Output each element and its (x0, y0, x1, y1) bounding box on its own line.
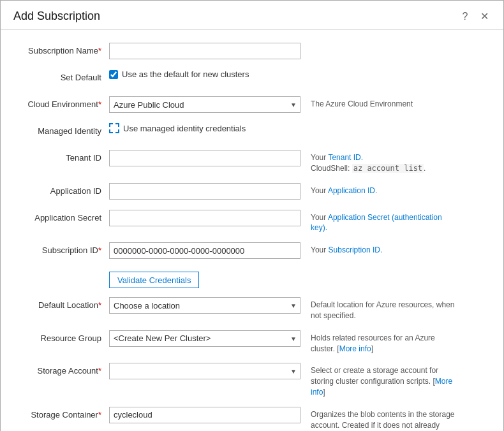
validate-credentials-spacer (20, 269, 109, 272)
tenant-id-help: Your Tenant ID. CloudShell: az account l… (311, 150, 426, 174)
tenant-id-control (109, 150, 300, 166)
cloud-environment-select-wrapper: Azure Public Cloud Azure Government Clou… (109, 96, 300, 113)
storage-container-control (109, 407, 300, 423)
managed-identity-checkbox-label[interactable]: Use managed identity credentials (109, 123, 246, 133)
subscription-id-label: Subscription ID* (20, 242, 109, 255)
tenant-id-input[interactable] (109, 150, 300, 166)
storage-account-help: Select or create a storage account for s… (311, 363, 457, 397)
subscription-name-label: Subscription Name* (20, 43, 109, 55)
validate-credentials-row: Validate Credentials (20, 269, 484, 288)
storage-container-row: Storage Container* Organizes the blob co… (20, 407, 484, 431)
default-location-select[interactable]: Choose a location East US West US West E… (109, 297, 300, 314)
storage-account-control: ▼ (109, 363, 300, 379)
cloud-environment-label: Cloud Environment* (20, 96, 109, 109)
tenant-id-link[interactable]: Tenant ID. (328, 153, 363, 162)
storage-account-select[interactable] (109, 363, 300, 379)
application-secret-help: Your Application Secret (authentication … (311, 210, 457, 234)
subscription-id-link[interactable]: Subscription ID. (329, 245, 383, 254)
tenant-id-code: az account list (352, 164, 424, 173)
storage-container-label: Storage Container* (20, 407, 109, 420)
add-subscription-dialog: Add Subscription ? ✕ Subscription Name* … (0, 0, 504, 431)
close-icon[interactable]: ✕ (478, 10, 491, 23)
cloud-environment-help: The Azure Cloud Environment (311, 96, 413, 110)
application-id-input[interactable] (109, 183, 300, 200)
validate-credentials-button[interactable]: Validate Credentials (109, 272, 199, 288)
set-default-checkbox-label[interactable]: Use as the default for new clusters (109, 69, 249, 79)
tenant-id-label: Tenant ID (20, 150, 109, 163)
resource-group-control: <Create New Per Cluster> ▼ (109, 330, 300, 347)
storage-account-select-wrapper: ▼ (109, 363, 300, 379)
set-default-checkbox[interactable] (109, 70, 118, 79)
subscription-name-input[interactable] (109, 43, 300, 59)
application-id-row: Application ID Your Application ID. (20, 183, 484, 201)
managed-identity-label: Managed Identity (20, 123, 109, 136)
resource-group-more-info-link[interactable]: More info (339, 344, 371, 353)
help-icon[interactable]: ? (459, 10, 471, 23)
default-location-select-wrapper: Choose a location East US West US West E… (109, 297, 300, 314)
resource-group-help: Holds related resources for an Azure clu… (311, 330, 457, 354)
application-secret-row: Application Secret Your Application Secr… (20, 210, 484, 234)
resource-group-select[interactable]: <Create New Per Cluster> (109, 330, 300, 347)
subscription-name-row: Subscription Name* (20, 43, 484, 61)
storage-account-more-info-link[interactable]: More info (311, 377, 452, 397)
subscription-id-row: Subscription ID* Your Subscription ID. (20, 242, 484, 260)
header-icons: ? ✕ (459, 10, 491, 23)
storage-account-row: Storage Account* ▼ Select or create a st… (20, 363, 484, 397)
cloud-environment-row: Cloud Environment* Azure Public Cloud Az… (20, 96, 484, 114)
resource-group-select-wrapper: <Create New Per Cluster> ▼ (109, 330, 300, 347)
set-default-text: Use as the default for new clusters (122, 69, 249, 79)
subscription-id-control (109, 242, 300, 259)
cloud-environment-select[interactable]: Azure Public Cloud Azure Government Clou… (109, 96, 300, 113)
application-secret-input[interactable] (109, 210, 300, 226)
dialog-body: Subscription Name* Set Default Use as th… (1, 30, 503, 431)
managed-identity-checkbox-icon (109, 123, 119, 133)
managed-identity-text: Use managed identity credentials (123, 124, 246, 133)
application-secret-link[interactable]: Application Secret (authentication key). (311, 213, 442, 233)
dialog-header: Add Subscription ? ✕ (1, 1, 503, 30)
default-location-help: Default location for Azure resources, wh… (311, 297, 457, 321)
set-default-label: Set Default (20, 69, 109, 82)
set-default-control: Use as the default for new clusters (109, 69, 249, 79)
resource-group-row: Resource Group <Create New Per Cluster> … (20, 330, 484, 354)
set-default-row: Set Default Use as the default for new c… (20, 69, 484, 87)
managed-identity-row: Managed Identity Use managed identity cr… (20, 123, 484, 141)
storage-container-input[interactable] (109, 407, 300, 423)
subscription-id-help: Your Subscription ID. (311, 242, 382, 256)
subscription-id-input[interactable] (109, 242, 300, 259)
application-secret-label: Application Secret (20, 210, 109, 223)
application-id-help: Your Application ID. (311, 183, 377, 196)
default-location-control: Choose a location East US West US West E… (109, 297, 300, 314)
application-id-label: Application ID (20, 183, 109, 196)
tenant-id-row: Tenant ID Your Tenant ID. CloudShell: az… (20, 150, 484, 174)
storage-container-help: Organizes the blob contents in the stora… (311, 407, 457, 431)
managed-identity-control: Use managed identity credentials (109, 123, 246, 133)
resource-group-label: Resource Group (20, 330, 109, 343)
storage-account-label: Storage Account* (20, 363, 109, 376)
cloud-environment-control: Azure Public Cloud Azure Government Clou… (109, 96, 300, 113)
default-location-row: Default Location* Choose a location East… (20, 297, 484, 321)
application-id-link[interactable]: Application ID. (328, 186, 377, 195)
default-location-label: Default Location* (20, 297, 109, 310)
dialog-title: Add Subscription (13, 10, 100, 23)
application-secret-control (109, 210, 300, 226)
application-id-control (109, 183, 300, 200)
validate-credentials-control: Validate Credentials (109, 269, 199, 288)
subscription-name-control (109, 43, 300, 59)
